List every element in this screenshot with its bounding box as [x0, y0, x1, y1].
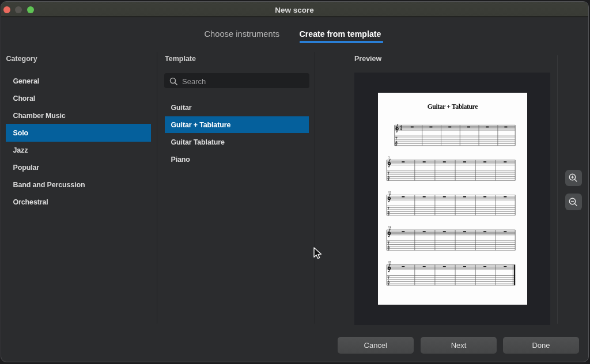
svg-text:Guitar + Tablature: Guitar + Tablature: [428, 103, 478, 111]
